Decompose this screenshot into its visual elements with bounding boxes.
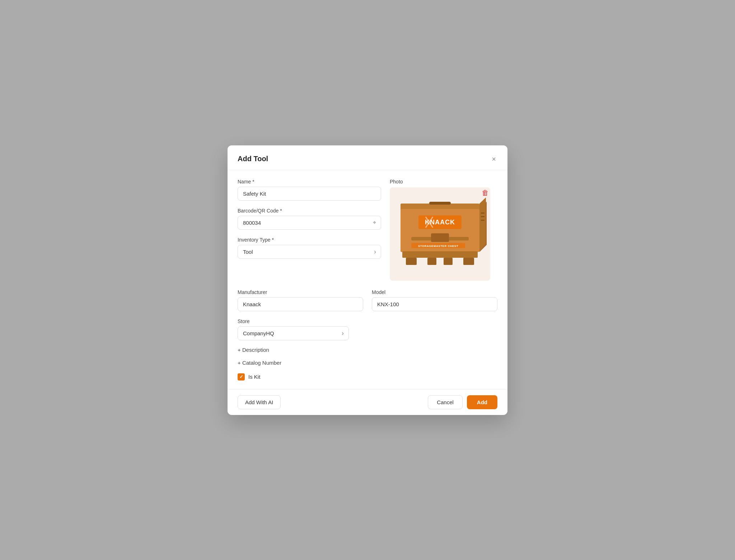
inventory-type-select[interactable]: Tool Equipment Material <box>238 245 381 259</box>
svg-text:STORAGEMASTER CHEST: STORAGEMASTER CHEST <box>418 244 458 248</box>
catalog-number-expand-row[interactable]: + Catalog Number <box>238 360 497 366</box>
inventory-type-select-wrapper: Tool Equipment Material <box>238 245 381 259</box>
svg-rect-6 <box>463 258 474 265</box>
is-kit-checkbox[interactable] <box>238 373 245 381</box>
dialog-header: Add Tool × <box>228 145 507 170</box>
photo-delete-button[interactable]: 🗑 <box>482 189 489 197</box>
footer-right-buttons: Cancel Add <box>428 395 497 409</box>
barcode-field-group: Barcode/QR Code * ⌖ <box>238 208 381 230</box>
store-field-section: Store CompanyHQ Warehouse A Warehouse B <box>238 318 497 340</box>
svg-rect-10 <box>431 233 449 242</box>
svg-rect-20 <box>481 216 484 217</box>
store-field-group: Store CompanyHQ Warehouse A Warehouse B <box>238 318 349 340</box>
knaack-box-image: KNAACK STORAGEMASTER CHEST <box>393 191 487 277</box>
svg-rect-21 <box>481 220 484 221</box>
name-label: Name * <box>238 179 381 185</box>
form-main-row: Name * Barcode/QR Code * ⌖ <box>238 179 497 281</box>
inventory-type-label: Inventory Type * <box>238 237 381 243</box>
description-expand-label: + Description <box>238 347 269 353</box>
add-with-ai-button[interactable]: Add With AI <box>238 395 281 409</box>
barcode-input[interactable] <box>238 216 381 230</box>
add-button[interactable]: Add <box>467 395 497 409</box>
dialog-body: Name * Barcode/QR Code * ⌖ <box>228 170 507 389</box>
store-select-wrapper: CompanyHQ Warehouse A Warehouse B <box>238 326 349 340</box>
model-input[interactable] <box>372 297 497 311</box>
barcode-label: Barcode/QR Code * <box>238 208 381 214</box>
description-expand-row[interactable]: + Description <box>238 347 497 353</box>
delete-icon: 🗑 <box>482 189 489 197</box>
catalog-number-expand-label: + Catalog Number <box>238 360 281 366</box>
svg-rect-7 <box>427 258 436 265</box>
is-kit-row: Is Kit <box>238 373 497 381</box>
inventory-type-field-group: Inventory Type * Tool Equipment Material <box>238 237 381 259</box>
svg-rect-4 <box>402 251 478 258</box>
cancel-button[interactable]: Cancel <box>428 395 463 409</box>
photo-label: Photo <box>390 179 403 185</box>
svg-rect-8 <box>444 258 453 265</box>
name-field-group: Name * <box>238 179 381 201</box>
form-left-col: Name * Barcode/QR Code * ⌖ <box>238 179 381 281</box>
form-right-col: Photo 🗑 <box>390 179 497 281</box>
backdrop: Add Tool × Name * Barcode/QR Code * <box>0 0 735 560</box>
is-kit-label: Is Kit <box>248 374 260 380</box>
barcode-scan-button[interactable]: ⌖ <box>371 218 378 227</box>
model-label: Model <box>372 289 497 295</box>
store-label: Store <box>238 318 349 324</box>
svg-rect-5 <box>406 258 417 265</box>
barcode-scan-icon: ⌖ <box>373 219 376 225</box>
name-input[interactable] <box>238 187 381 201</box>
barcode-wrapper: ⌖ <box>238 216 381 230</box>
manufacturer-model-row: Manufacturer Model <box>238 289 497 311</box>
svg-marker-18 <box>479 197 486 251</box>
close-button[interactable]: × <box>490 154 497 164</box>
photo-preview: KNAACK STORAGEMASTER CHEST <box>390 187 490 281</box>
photo-container: 🗑 <box>390 187 490 281</box>
manufacturer-field-group: Manufacturer <box>238 289 363 311</box>
dialog-footer: Add With AI Cancel Add <box>228 389 507 415</box>
svg-rect-11 <box>429 202 451 205</box>
model-field-group: Model <box>372 289 497 311</box>
manufacturer-input[interactable] <box>238 297 363 311</box>
dialog-title: Add Tool <box>238 155 268 163</box>
store-select[interactable]: CompanyHQ Warehouse A Warehouse B <box>238 326 349 340</box>
manufacturer-label: Manufacturer <box>238 289 363 295</box>
svg-rect-19 <box>481 213 484 214</box>
add-tool-dialog: Add Tool × Name * Barcode/QR Code * <box>228 145 507 415</box>
